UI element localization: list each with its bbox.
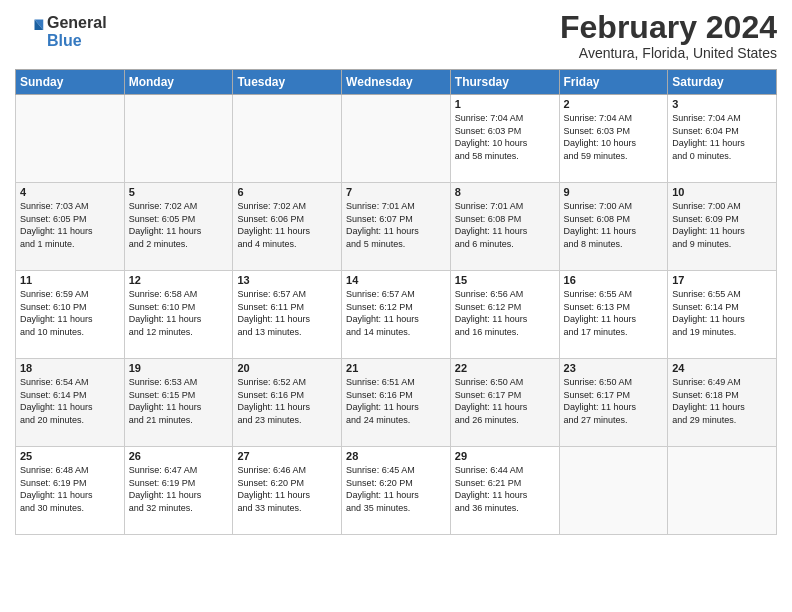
day-number: 19 (129, 362, 229, 374)
day-info: Sunrise: 6:57 AM Sunset: 6:12 PM Dayligh… (346, 288, 446, 338)
day-cell (233, 95, 342, 183)
day-number: 11 (20, 274, 120, 286)
day-number: 29 (455, 450, 555, 462)
day-info: Sunrise: 7:04 AM Sunset: 6:04 PM Dayligh… (672, 112, 772, 162)
day-info: Sunrise: 6:55 AM Sunset: 6:13 PM Dayligh… (564, 288, 664, 338)
day-info: Sunrise: 6:46 AM Sunset: 6:20 PM Dayligh… (237, 464, 337, 514)
day-cell: 6Sunrise: 7:02 AM Sunset: 6:06 PM Daylig… (233, 183, 342, 271)
day-number: 21 (346, 362, 446, 374)
day-cell: 25Sunrise: 6:48 AM Sunset: 6:19 PM Dayli… (16, 447, 125, 535)
day-info: Sunrise: 7:00 AM Sunset: 6:08 PM Dayligh… (564, 200, 664, 250)
month-title: February 2024 (560, 10, 777, 45)
day-info: Sunrise: 7:02 AM Sunset: 6:06 PM Dayligh… (237, 200, 337, 250)
day-cell: 7Sunrise: 7:01 AM Sunset: 6:07 PM Daylig… (342, 183, 451, 271)
day-info: Sunrise: 7:04 AM Sunset: 6:03 PM Dayligh… (455, 112, 555, 162)
day-cell (668, 447, 777, 535)
day-cell: 5Sunrise: 7:02 AM Sunset: 6:05 PM Daylig… (124, 183, 233, 271)
day-number: 28 (346, 450, 446, 462)
day-cell: 13Sunrise: 6:57 AM Sunset: 6:11 PM Dayli… (233, 271, 342, 359)
day-number: 16 (564, 274, 664, 286)
day-cell: 29Sunrise: 6:44 AM Sunset: 6:21 PM Dayli… (450, 447, 559, 535)
day-number: 14 (346, 274, 446, 286)
week-row-1: 1Sunrise: 7:04 AM Sunset: 6:03 PM Daylig… (16, 95, 777, 183)
day-info: Sunrise: 6:47 AM Sunset: 6:19 PM Dayligh… (129, 464, 229, 514)
weekday-header-saturday: Saturday (668, 70, 777, 95)
week-row-4: 18Sunrise: 6:54 AM Sunset: 6:14 PM Dayli… (16, 359, 777, 447)
day-cell: 1Sunrise: 7:04 AM Sunset: 6:03 PM Daylig… (450, 95, 559, 183)
day-info: Sunrise: 7:04 AM Sunset: 6:03 PM Dayligh… (564, 112, 664, 162)
weekday-header-wednesday: Wednesday (342, 70, 451, 95)
day-number: 6 (237, 186, 337, 198)
day-number: 27 (237, 450, 337, 462)
day-number: 9 (564, 186, 664, 198)
day-cell: 22Sunrise: 6:50 AM Sunset: 6:17 PM Dayli… (450, 359, 559, 447)
day-number: 4 (20, 186, 120, 198)
logo-icon (17, 16, 45, 44)
day-number: 12 (129, 274, 229, 286)
day-number: 23 (564, 362, 664, 374)
day-number: 18 (20, 362, 120, 374)
day-cell: 9Sunrise: 7:00 AM Sunset: 6:08 PM Daylig… (559, 183, 668, 271)
location-title: Aventura, Florida, United States (560, 45, 777, 61)
weekday-header-friday: Friday (559, 70, 668, 95)
page-container: General Blue February 2024 Aventura, Flo… (0, 0, 792, 540)
weekday-header-thursday: Thursday (450, 70, 559, 95)
day-cell (16, 95, 125, 183)
day-number: 22 (455, 362, 555, 374)
day-info: Sunrise: 7:01 AM Sunset: 6:07 PM Dayligh… (346, 200, 446, 250)
day-info: Sunrise: 6:54 AM Sunset: 6:14 PM Dayligh… (20, 376, 120, 426)
title-area: February 2024 Aventura, Florida, United … (560, 10, 777, 61)
day-info: Sunrise: 6:58 AM Sunset: 6:10 PM Dayligh… (129, 288, 229, 338)
day-number: 15 (455, 274, 555, 286)
day-info: Sunrise: 6:52 AM Sunset: 6:16 PM Dayligh… (237, 376, 337, 426)
day-cell: 8Sunrise: 7:01 AM Sunset: 6:08 PM Daylig… (450, 183, 559, 271)
day-cell: 20Sunrise: 6:52 AM Sunset: 6:16 PM Dayli… (233, 359, 342, 447)
day-cell (342, 95, 451, 183)
day-info: Sunrise: 7:03 AM Sunset: 6:05 PM Dayligh… (20, 200, 120, 250)
day-cell: 15Sunrise: 6:56 AM Sunset: 6:12 PM Dayli… (450, 271, 559, 359)
day-number: 8 (455, 186, 555, 198)
day-number: 24 (672, 362, 772, 374)
day-info: Sunrise: 6:53 AM Sunset: 6:15 PM Dayligh… (129, 376, 229, 426)
day-info: Sunrise: 6:56 AM Sunset: 6:12 PM Dayligh… (455, 288, 555, 338)
day-cell: 11Sunrise: 6:59 AM Sunset: 6:10 PM Dayli… (16, 271, 125, 359)
day-number: 13 (237, 274, 337, 286)
day-number: 26 (129, 450, 229, 462)
logo: General Blue (15, 14, 107, 49)
day-cell (559, 447, 668, 535)
day-info: Sunrise: 6:57 AM Sunset: 6:11 PM Dayligh… (237, 288, 337, 338)
day-cell: 19Sunrise: 6:53 AM Sunset: 6:15 PM Dayli… (124, 359, 233, 447)
day-cell: 3Sunrise: 7:04 AM Sunset: 6:04 PM Daylig… (668, 95, 777, 183)
day-cell: 12Sunrise: 6:58 AM Sunset: 6:10 PM Dayli… (124, 271, 233, 359)
day-info: Sunrise: 7:00 AM Sunset: 6:09 PM Dayligh… (672, 200, 772, 250)
day-cell: 17Sunrise: 6:55 AM Sunset: 6:14 PM Dayli… (668, 271, 777, 359)
day-info: Sunrise: 6:50 AM Sunset: 6:17 PM Dayligh… (455, 376, 555, 426)
day-cell: 10Sunrise: 7:00 AM Sunset: 6:09 PM Dayli… (668, 183, 777, 271)
day-info: Sunrise: 6:50 AM Sunset: 6:17 PM Dayligh… (564, 376, 664, 426)
weekday-header-tuesday: Tuesday (233, 70, 342, 95)
weekday-header-monday: Monday (124, 70, 233, 95)
day-cell: 14Sunrise: 6:57 AM Sunset: 6:12 PM Dayli… (342, 271, 451, 359)
day-cell: 21Sunrise: 6:51 AM Sunset: 6:16 PM Dayli… (342, 359, 451, 447)
calendar-table: SundayMondayTuesdayWednesdayThursdayFrid… (15, 69, 777, 535)
day-number: 2 (564, 98, 664, 110)
day-number: 25 (20, 450, 120, 462)
day-cell: 24Sunrise: 6:49 AM Sunset: 6:18 PM Dayli… (668, 359, 777, 447)
week-row-3: 11Sunrise: 6:59 AM Sunset: 6:10 PM Dayli… (16, 271, 777, 359)
week-row-2: 4Sunrise: 7:03 AM Sunset: 6:05 PM Daylig… (16, 183, 777, 271)
day-cell (124, 95, 233, 183)
day-cell: 2Sunrise: 7:04 AM Sunset: 6:03 PM Daylig… (559, 95, 668, 183)
day-number: 20 (237, 362, 337, 374)
day-number: 5 (129, 186, 229, 198)
header: General Blue February 2024 Aventura, Flo… (15, 10, 777, 61)
day-info: Sunrise: 7:02 AM Sunset: 6:05 PM Dayligh… (129, 200, 229, 250)
day-info: Sunrise: 6:49 AM Sunset: 6:18 PM Dayligh… (672, 376, 772, 426)
day-cell: 18Sunrise: 6:54 AM Sunset: 6:14 PM Dayli… (16, 359, 125, 447)
day-number: 10 (672, 186, 772, 198)
day-info: Sunrise: 6:48 AM Sunset: 6:19 PM Dayligh… (20, 464, 120, 514)
day-cell: 23Sunrise: 6:50 AM Sunset: 6:17 PM Dayli… (559, 359, 668, 447)
day-number: 1 (455, 98, 555, 110)
day-info: Sunrise: 6:51 AM Sunset: 6:16 PM Dayligh… (346, 376, 446, 426)
day-number: 3 (672, 98, 772, 110)
day-cell: 26Sunrise: 6:47 AM Sunset: 6:19 PM Dayli… (124, 447, 233, 535)
